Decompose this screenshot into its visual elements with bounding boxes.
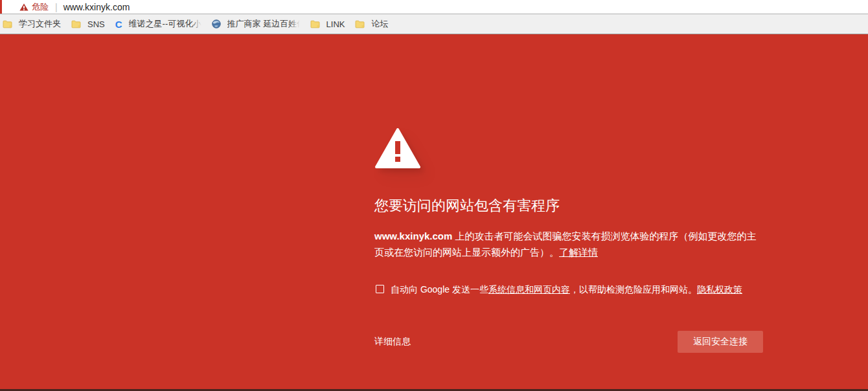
privacy-policy-link[interactable]: 隐私权政策 [697, 284, 742, 295]
bookmark-weinuo-site[interactable]: C 维诺之星--可视化小 [110, 16, 207, 32]
warning-content: 您要访问的网站包含有害程序 www.kxinyk.com 上的攻击者可能会试图骗… [374, 34, 763, 353]
folder-icon [71, 20, 81, 28]
bookmark-label: SNS [87, 19, 105, 29]
bookmark-sns-folder[interactable]: SNS [66, 16, 110, 32]
report-text-before: 自动向 Google 发送一些 [391, 284, 488, 295]
tab-danger-label: 危险 [32, 1, 49, 13]
report-option-row: 自动向 Google 发送一些系统信息和网页内容，以帮助检测危险应用和网站。隐私… [374, 284, 763, 295]
bookmark-link-folder[interactable]: LINK [305, 16, 350, 32]
folder-icon [310, 20, 320, 28]
report-checkbox[interactable] [376, 285, 384, 293]
bookmark-label: 推广商家 延边百姓信 [227, 18, 300, 30]
bookmark-forum-folder[interactable]: 论坛 [350, 16, 393, 32]
window-edge-strip [0, 0, 2, 14]
bookmark-study-folder[interactable]: 学习文件夹 [0, 16, 66, 32]
warning-triangle-icon [374, 128, 421, 169]
report-text: 自动向 Google 发送一些系统信息和网页内容，以帮助检测危险应用和网站。隐私… [391, 284, 742, 295]
report-text-mid: ，以帮助检测危险应用和网站。 [570, 284, 697, 295]
warning-description: www.kxinyk.com 上的攻击者可能会试图骗您安装有损浏览体验的程序（例… [374, 228, 763, 260]
address-bar-url[interactable]: www.kxinyk.com [63, 2, 130, 12]
page-title: 您要访问的网站包含有害程序 [374, 197, 763, 214]
details-link[interactable]: 详细信息 [374, 336, 411, 348]
browser-topbar: 危险 | www.kxinyk.com [0, 0, 868, 14]
tab-danger-indicator: 危险 [19, 1, 49, 13]
back-to-safety-button[interactable]: 返回安全连接 [678, 331, 763, 353]
bookmark-label: 学习文件夹 [19, 18, 61, 30]
learn-more-link[interactable]: 了解详情 [559, 247, 598, 258]
bookmark-promo-site[interactable]: 推广商家 延边百姓信 [207, 16, 305, 32]
folder-icon [355, 20, 365, 28]
attacked-site-name: www.kxinyk.com [374, 230, 452, 241]
bookmark-label: LINK [326, 19, 345, 29]
tab-separator: | [55, 2, 58, 12]
globe-favicon-icon [212, 19, 221, 28]
system-info-link[interactable]: 系统信息和网页内容 [488, 284, 570, 295]
c-favicon-icon: C [115, 19, 122, 29]
actions-row: 详细信息 返回安全连接 [374, 331, 763, 353]
bookmark-label: 维诺之星--可视化小 [129, 18, 201, 30]
bookmarks-bar: 学习文件夹 SNS C 维诺之星--可视化小 推广商家 延边百姓信 LINK [0, 14, 868, 34]
bookmark-label: 论坛 [371, 18, 388, 30]
danger-triangle-icon [19, 3, 29, 11]
malware-warning-page: 您要访问的网站包含有害程序 www.kxinyk.com 上的攻击者可能会试图骗… [0, 34, 868, 389]
folder-icon [3, 20, 12, 28]
